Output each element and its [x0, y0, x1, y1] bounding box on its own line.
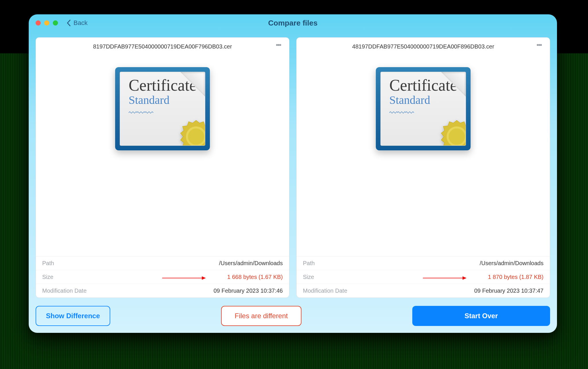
- file-name-right: 48197DDFAB977E504000000719DEA00F896DB03.…: [297, 38, 550, 50]
- more-options-left[interactable]: •••: [274, 43, 284, 50]
- prop-val-path: /Users/admin/Downloads: [480, 260, 543, 267]
- prop-val-path: /Users/admin/Downloads: [219, 260, 283, 267]
- prop-val-size: 1 668 bytes (1.67 KB): [227, 274, 283, 280]
- close-window-button[interactable]: [36, 20, 41, 26]
- file-icon-area-right: Certificate Standard 〰〰〰: [297, 50, 550, 256]
- prop-key-moddate: Modification Date: [42, 288, 87, 294]
- file-props-left: Path /Users/admin/Downloads Size 1 668 b…: [36, 256, 289, 298]
- prop-key-moddate: Modification Date: [303, 288, 347, 294]
- comparison-status-text: Files are different: [235, 312, 288, 320]
- comparison-status-badge: Files are different: [221, 306, 301, 326]
- compare-cards: 8197DDFAB977E504000000719DEA00F796DB03.c…: [36, 37, 550, 298]
- prop-key-path: Path: [42, 260, 54, 267]
- app-window: Back Compare files 8197DDFAB977E50400000…: [29, 14, 557, 333]
- start-over-label: Start Over: [465, 312, 498, 320]
- certificate-icon: Certificate Standard 〰〰〰: [115, 67, 210, 150]
- window-title: Compare files: [29, 19, 557, 28]
- back-label: Back: [74, 19, 88, 27]
- prop-row-size: Size 1 668 bytes (1.67 KB): [36, 270, 289, 284]
- start-over-button[interactable]: Start Over: [412, 306, 550, 326]
- cert-icon-line2: Standard: [389, 94, 459, 106]
- prop-key-path: Path: [303, 260, 315, 267]
- prop-val-moddate: 09 February 2023 10:37:47: [474, 288, 543, 294]
- file-card-right: 48197DDFAB977E504000000719DEA00F896DB03.…: [296, 37, 550, 298]
- seal-icon: [179, 120, 205, 146]
- titlebar: Back Compare files: [29, 14, 557, 32]
- prop-row-path: Path /Users/admin/Downloads: [297, 257, 550, 270]
- prop-key-size: Size: [42, 274, 53, 280]
- diff-arrow-icon: [162, 278, 205, 278]
- cert-icon-line2: Standard: [129, 94, 199, 106]
- certificate-icon: Certificate Standard 〰〰〰: [376, 67, 471, 150]
- back-button[interactable]: Back: [67, 19, 88, 27]
- more-options-right[interactable]: •••: [535, 43, 545, 50]
- file-name-text: 48197DDFAB977E504000000719DEA00F896DB03.…: [352, 43, 494, 50]
- seal-icon: [440, 120, 466, 146]
- chevron-left-icon: [67, 20, 71, 26]
- prop-row-moddate: Modification Date 09 February 2023 10:37…: [36, 284, 289, 298]
- file-icon-area-left: Certificate Standard 〰〰〰: [36, 50, 289, 256]
- zoom-window-button[interactable]: [53, 20, 58, 26]
- svg-point-5: [449, 129, 465, 145]
- show-difference-button[interactable]: Show Difference: [36, 306, 110, 326]
- cert-icon-flourish: 〰〰〰: [129, 108, 199, 118]
- svg-point-2: [188, 129, 204, 145]
- prop-row-size: Size 1 870 bytes (1.87 KB): [297, 270, 550, 284]
- file-name-left: 8197DDFAB977E504000000719DEA00F796DB03.c…: [36, 38, 289, 50]
- cert-icon-flourish: 〰〰〰: [389, 108, 459, 118]
- prop-row-moddate: Modification Date 09 February 2023 10:37…: [297, 284, 550, 298]
- minimize-window-button[interactable]: [44, 20, 49, 26]
- show-difference-label: Show Difference: [46, 312, 100, 320]
- prop-row-path: Path /Users/admin/Downloads: [36, 257, 289, 270]
- footer: Show Difference Files are different Star…: [36, 298, 550, 326]
- prop-val-size: 1 870 bytes (1.87 KB): [488, 274, 543, 280]
- file-card-left: 8197DDFAB977E504000000719DEA00F796DB03.c…: [36, 37, 289, 298]
- diff-arrow-icon: [423, 278, 466, 278]
- file-props-right: Path /Users/admin/Downloads Size 1 870 b…: [297, 256, 550, 298]
- prop-val-moddate: 09 February 2023 10:37:46: [214, 288, 283, 294]
- file-name-text: 8197DDFAB977E504000000719DEA00F796DB03.c…: [93, 43, 232, 50]
- prop-key-size: Size: [303, 274, 314, 280]
- window-controls: [36, 20, 58, 26]
- content-area: 8197DDFAB977E504000000719DEA00F796DB03.c…: [29, 32, 557, 333]
